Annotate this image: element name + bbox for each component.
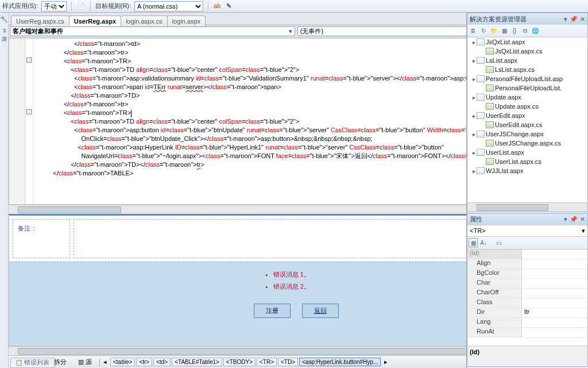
target-rule-label: 目标规则(R): [95,2,131,10]
property-row[interactable]: Dirltr [467,308,587,318]
tb-btn-ab[interactable]: ab [213,2,222,11]
property-row[interactable]: (Id) [467,250,587,259]
breadcrumb-item[interactable]: <tr> [136,358,152,366]
object-dropdown[interactable]: 客户端对象和事件▾ [10,26,295,36]
toolbox-icon[interactable]: 🔧 [0,15,8,23]
breadcrumb-item[interactable]: <TBODY> [223,358,256,366]
line-gutter [9,39,25,204]
tree-item[interactable]: JsQxList.aspx.cs [467,47,587,56]
file-tab[interactable]: login.aspx.cs [121,16,168,26]
remark-cell: 备注： [13,219,70,258]
panel-pin-icon[interactable]: 📌 [570,216,578,223]
properties-help: (Id) [467,346,587,366]
tree-item[interactable]: ▸PersonalFileUploadList.asp [467,74,587,83]
se-nest-icon[interactable]: 📁 [489,26,498,36]
se-properties-icon[interactable]: 🗎 [469,26,478,36]
breadcrumb-item[interactable]: <TR> [257,358,277,366]
tree-item[interactable]: Update.aspx.cs [467,102,587,111]
tree-item[interactable]: ▸WJJLIst.aspx [467,166,587,175]
file-tab[interactable]: login.aspx [167,16,206,26]
tree-item[interactable]: ▸UserEdit.aspx [467,111,587,120]
register-button[interactable]: 注册 [254,304,291,318]
properties-object-select[interactable]: <TR>▾ [467,225,587,237]
properties-toolbar: ▦ A↓ ▭ [467,237,587,250]
property-row[interactable]: BgColor [467,269,587,279]
prop-categorized-icon[interactable]: ▦ [469,238,478,247]
server-explorer-icon[interactable]: H源 [0,26,8,34]
view-source[interactable]: ▥源 [74,356,96,368]
property-row[interactable]: CharOff [467,289,587,298]
style-btn-1[interactable]: 📄 [76,2,86,11]
error-list-tab[interactable]: 📋 错误列表 [10,358,55,368]
se-code-icon[interactable]: {} [510,26,519,36]
solution-explorer-header[interactable]: 解决方案资源管理器 ▾📌✕ [467,13,587,25]
se-view-icon[interactable]: 🌐 [531,26,540,36]
fold-column[interactable]: -- [25,39,33,204]
tree-item[interactable]: ▸UserList.aspx [467,148,587,157]
style-apply-select[interactable]: 手动 [41,1,67,12]
breadcrumb-item[interactable]: <table> [110,358,135,366]
target-rule-select[interactable]: A (normal.css) [134,1,203,12]
tree-item[interactable]: ▸LsList.aspx [467,56,587,65]
solution-toolbar: 🗎 ↻ 📁 ▦ {} ⧉ 🌐 [467,25,587,37]
prop-pages-icon[interactable]: ▭ [494,238,503,247]
tb-btn-pencil-icon[interactable]: ✎ [226,2,235,11]
file-tab[interactable]: UserReg.aspx.cs [11,16,69,26]
crumb-nav-right-icon[interactable]: ▸ [384,358,388,366]
crumb-nav-left-icon[interactable]: ◂ [103,358,107,366]
breadcrumb-item[interactable]: <TD> [278,358,298,366]
property-row[interactable]: Lang [467,318,587,328]
tree-item[interactable]: PersonalFileUploadList. [467,83,587,93]
se-showall-icon[interactable]: ▦ [500,26,509,36]
tree-item[interactable]: UserEdit.aspx.cs [467,120,587,129]
tree-item[interactable]: ▸UserJSChange.aspx [467,129,587,139]
left-tool-rail: 🔧 H源 [0,13,9,368]
back-hyperlink[interactable]: 返回 [302,304,339,318]
tree-item[interactable]: LsList.aspx.cs [467,65,587,74]
property-row[interactable]: Char [467,279,587,289]
tree-item[interactable]: UserList.aspx.cs [467,157,587,166]
solution-hscroll[interactable] [467,202,587,212]
panel-close-icon[interactable]: ✕ [580,216,585,223]
property-row[interactable]: Align [467,259,587,269]
tree-item[interactable]: ▸Update.aspx [467,93,587,102]
prop-alpha-icon[interactable]: A↓ [479,238,488,247]
properties-header[interactable]: 属性 ▾📌✕ [467,214,587,225]
properties-grid[interactable]: (Id)AlignBgColorCharCharOffClassDirltrLa… [467,250,587,346]
breadcrumb-item[interactable]: <td> [153,358,171,366]
se-copy-icon[interactable]: ⧉ [520,26,529,36]
se-refresh-icon[interactable]: ↻ [479,26,488,36]
panel-dropdown-icon[interactable]: ▾ [564,216,567,223]
style-toolbar: 样式应用(S): 手动 📄 目标规则(R): A (normal.css) ab… [0,0,588,13]
panel-pin-icon[interactable]: 📌 [570,16,578,23]
file-tab[interactable]: UserReg.aspx [69,16,121,26]
tree-item[interactable]: UserJSChange.aspx.cs [467,139,587,148]
panel-close-icon[interactable]: ✕ [580,16,585,23]
property-row[interactable]: RunAt [467,328,587,338]
breadcrumb-item[interactable]: <TABLE#Table1> [172,358,222,366]
property-row[interactable]: Class [467,298,587,308]
panel-dropdown-icon[interactable]: ▾ [564,16,567,23]
solution-tree[interactable]: ▸JsQxList.aspxJsQxList.aspx.cs▸LsList.as… [467,37,587,202]
breadcrumb-item[interactable]: <asp:HyperLink.button#Hyp... [299,358,381,366]
tree-item[interactable]: ▸JsQxList.aspx [467,37,587,47]
style-apply-label: 样式应用(S): [2,2,38,10]
